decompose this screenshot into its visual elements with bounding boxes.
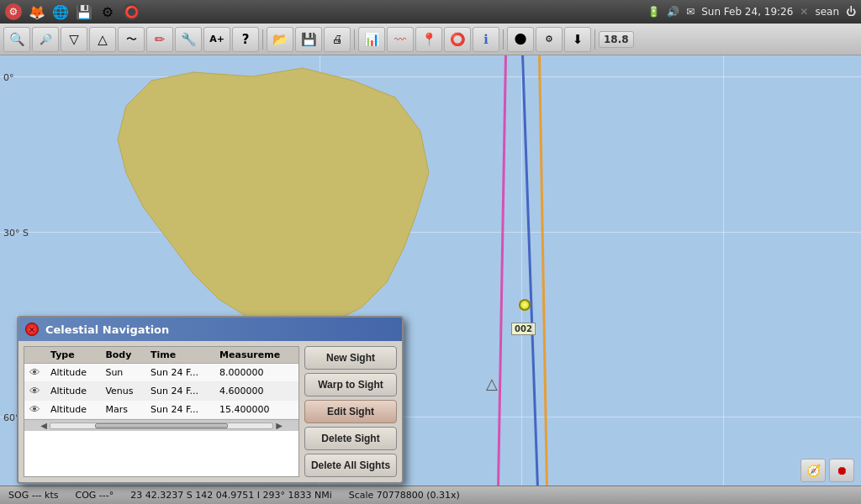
text-button[interactable]: A+ — [203, 27, 230, 52]
col-eye — [24, 347, 45, 364]
body-cell: Venus — [100, 382, 145, 401]
triangle-marker: △ — [486, 375, 498, 392]
table-row[interactable]: 👁 Altitude Sun Sun 24 F... 8.000000 — [24, 364, 298, 382]
satellite-button[interactable]: 🌑 — [507, 27, 534, 52]
grid-v-1 — [521, 55, 522, 504]
datetime: Sun Feb 24, 19:26 — [701, 6, 793, 18]
files-icon[interactable]: 💾 — [76, 3, 92, 20]
bottom-right-icons: 🧭 ⏺ — [800, 459, 854, 482]
folder-open-button[interactable]: 📂 — [267, 27, 293, 52]
sep3 — [503, 29, 504, 50]
filter-button[interactable]: ▽ — [61, 27, 87, 52]
sep4 — [594, 29, 595, 50]
username: sean — [815, 6, 839, 18]
lat-label-30s: 30° S — [3, 228, 29, 239]
measurement-cell: 15.400000 — [214, 401, 298, 419]
grid-v-2 — [723, 55, 724, 504]
scrollbar-track[interactable] — [50, 423, 273, 429]
body-cell: Mars — [100, 401, 145, 419]
body-cell: Sun — [100, 364, 145, 382]
delete-all-sights-button[interactable]: Delete All Sights — [304, 454, 397, 477]
buttons-panel: New Sight Warp to Sight Edit Sight Delet… — [304, 346, 397, 477]
celestial-nav-dialog: ✕ Celestial Navigation Type Body Time Me… — [17, 316, 404, 484]
opencpn-icon[interactable]: ⭕ — [123, 3, 140, 20]
position-display: 23 42.3237 S 142 04.9751 I 293° 1833 NMi — [130, 490, 331, 501]
nav-line-orange — [538, 55, 548, 504]
measurement-cell: 8.000000 — [214, 364, 298, 382]
taskbar-right: 🔋 🔊 ✉ Sun Feb 24, 19:26 ✕ sean ⏻ — [647, 6, 856, 18]
lat-label-0: 0° — [3, 72, 14, 83]
route2-button[interactable]: 〰 — [387, 27, 414, 52]
edit-sight-button[interactable]: Edit Sight — [304, 400, 397, 423]
info-button[interactable]: ℹ — [473, 27, 499, 52]
scroll-left-button[interactable]: ◀ — [38, 421, 50, 430]
taskbar: ⚙ 🦊 🌐 💾 ⚙ ⭕ 🔋 🔊 ✉ Sun Feb 24, 19:26 ✕ se… — [0, 0, 861, 24]
email-icon: ✉ — [686, 6, 695, 18]
scale-display: 18.8 — [599, 31, 634, 48]
toolbar: 🔍 🔎 ▽ △ 〜 ✏ 🔧 A+ ? 📂 💾 🖨 📊 〰 📍 ⭕ ℹ 🌑 ⚙ ⬇… — [0, 24, 861, 55]
record-icon[interactable]: ⏺ — [829, 459, 854, 482]
type-cell: Altitude — [45, 401, 100, 419]
eye-cell: 👁 — [24, 382, 45, 401]
eye-icon: 👁 — [29, 366, 40, 379]
col-time: Time — [145, 347, 214, 364]
scrollbar-thumb[interactable] — [95, 423, 228, 428]
eye-cell: 👁 — [24, 401, 45, 419]
position-fix — [519, 299, 531, 311]
eye-cell: 👁 — [24, 364, 45, 382]
table-row[interactable]: 👁 Altitude Venus Sun 24 F... 4.600000 — [24, 382, 298, 401]
sep1 — [262, 29, 263, 50]
anchor-button[interactable]: △ — [89, 27, 116, 52]
scroll-right-button[interactable]: ▶ — [273, 421, 285, 430]
waypoint-button[interactable]: 📍 — [415, 27, 442, 52]
nav-line-pink — [497, 55, 507, 504]
lifebuoy-button[interactable]: ⭕ — [444, 27, 471, 52]
browser-icon[interactable]: 🌐 — [52, 3, 69, 20]
save-button[interactable]: 💾 — [295, 27, 322, 52]
zoom-in-button[interactable]: 🔍 — [3, 27, 30, 52]
power-icon[interactable]: ⏻ — [846, 6, 856, 18]
time-cell: Sun 24 F... — [145, 382, 214, 401]
sights-table: Type Body Time Measureme 👁 Altitude Sun … — [24, 347, 298, 419]
battery-icon: 🔋 — [647, 6, 660, 18]
app-menu-icon[interactable]: ⚙ — [5, 3, 22, 20]
taskbar-separator: ✕ — [800, 6, 808, 18]
cog-display: COG ---° — [75, 490, 114, 501]
pencil-button[interactable]: ✏ — [146, 27, 173, 52]
print-button[interactable]: 🖨 — [324, 27, 351, 52]
time-cell: Sun 24 F... — [145, 401, 214, 419]
settings-button[interactable]: ⚙ — [536, 27, 563, 52]
new-sight-button[interactable]: New Sight — [304, 346, 397, 370]
col-measurement: Measureme — [214, 347, 298, 364]
scale-display: Scale 70778800 (0.31x) — [349, 490, 460, 501]
volume-icon: 🔊 — [667, 6, 679, 18]
sog-display: SOG --- kts — [8, 490, 58, 501]
chart-button[interactable]: 📊 — [358, 27, 385, 52]
time-cell: Sun 24 F... — [145, 364, 214, 382]
dialog-title: Celestial Navigation — [45, 323, 169, 336]
col-type: Type — [45, 347, 100, 364]
compass-icon[interactable]: 🧭 — [800, 459, 826, 482]
wrench-button[interactable]: 🔧 — [175, 27, 202, 52]
download-button[interactable]: ⬇ — [564, 27, 591, 52]
help-button[interactable]: ? — [232, 27, 259, 52]
australia-landmass — [84, 64, 446, 333]
dialog-close-button[interactable]: ✕ — [25, 323, 39, 336]
delete-sight-button[interactable]: Delete Sight — [304, 427, 397, 450]
warp-sight-button[interactable]: Warp to Sight — [304, 373, 397, 396]
map-container[interactable]: 0° 30° S 60° 002 △ ✕ Celestial Navigatio… — [0, 55, 861, 504]
waypoint-label: 002 — [511, 323, 536, 335]
firefox-icon[interactable]: 🦊 — [29, 3, 45, 20]
sights-tbody: 👁 Altitude Sun Sun 24 F... 8.000000 👁 Al… — [24, 364, 298, 419]
eye-icon: 👁 — [29, 385, 40, 397]
sights-table-area: Type Body Time Measureme 👁 Altitude Sun … — [24, 346, 299, 477]
table-row[interactable]: 👁 Altitude Mars Sun 24 F... 15.400000 — [24, 401, 298, 419]
type-cell: Altitude — [45, 364, 100, 382]
route-button[interactable]: 〜 — [118, 27, 145, 52]
nav-line-blue — [521, 55, 540, 504]
table-scrollbar[interactable]: ◀ ▶ — [24, 419, 298, 431]
app-icon[interactable]: ⚙ — [99, 3, 116, 20]
zoom-out-button[interactable]: 🔎 — [32, 27, 59, 52]
dialog-titlebar: ✕ Celestial Navigation — [18, 318, 402, 341]
dialog-content: Type Body Time Measureme 👁 Altitude Sun … — [18, 341, 402, 482]
